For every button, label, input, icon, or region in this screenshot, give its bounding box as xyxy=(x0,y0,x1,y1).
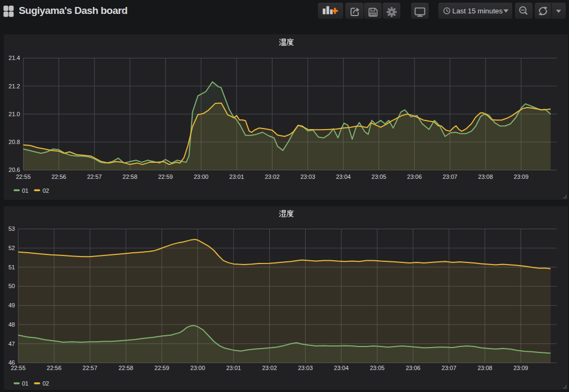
svg-text:23:00: 23:00 xyxy=(194,174,209,180)
svg-text:23:08: 23:08 xyxy=(478,174,493,180)
svg-text:23:09: 23:09 xyxy=(513,365,528,371)
svg-text:21.4: 21.4 xyxy=(9,55,20,61)
svg-text:23:04: 23:04 xyxy=(334,365,349,371)
svg-text:23:08: 23:08 xyxy=(477,365,492,371)
svg-text:22:56: 22:56 xyxy=(51,174,66,180)
svg-text:22:58: 22:58 xyxy=(118,365,133,371)
svg-text:51: 51 xyxy=(9,264,15,270)
svg-text:23:00: 23:00 xyxy=(191,365,206,371)
svg-text:23:06: 23:06 xyxy=(407,174,422,180)
svg-text:23:01: 23:01 xyxy=(229,174,244,180)
svg-text:23:05: 23:05 xyxy=(370,365,385,371)
svg-text:22:56: 22:56 xyxy=(47,365,62,371)
svg-text:23:04: 23:04 xyxy=(336,174,351,180)
svg-text:23:03: 23:03 xyxy=(300,174,315,180)
svg-text:20.8: 20.8 xyxy=(9,139,20,145)
svg-text:02: 02 xyxy=(43,187,49,194)
svg-text:22:59: 22:59 xyxy=(155,365,170,371)
svg-text:23:02: 23:02 xyxy=(262,365,277,371)
svg-text:21.2: 21.2 xyxy=(9,83,20,89)
svg-text:22:55: 22:55 xyxy=(11,365,26,371)
svg-text:47: 47 xyxy=(9,341,15,347)
svg-text:23:07: 23:07 xyxy=(442,365,457,371)
svg-text:02: 02 xyxy=(43,380,49,387)
svg-text:22:57: 22:57 xyxy=(82,365,97,371)
svg-text:23:05: 23:05 xyxy=(371,174,386,180)
svg-text:22:58: 22:58 xyxy=(123,174,138,180)
svg-text:52: 52 xyxy=(9,245,15,251)
svg-text:23:03: 23:03 xyxy=(298,365,313,371)
svg-text:22:59: 22:59 xyxy=(158,174,173,180)
svg-text:Last 15 minutes: Last 15 minutes xyxy=(452,6,503,14)
svg-text:22:55: 22:55 xyxy=(16,174,31,180)
svg-text:20.6: 20.6 xyxy=(9,167,20,173)
svg-text:49: 49 xyxy=(9,302,15,308)
svg-text:23:07: 23:07 xyxy=(443,174,458,180)
svg-text:21.0: 21.0 xyxy=(9,111,20,117)
svg-text:53: 53 xyxy=(9,225,15,232)
svg-text:48: 48 xyxy=(9,321,15,328)
svg-text:50: 50 xyxy=(9,283,15,289)
svg-text:01: 01 xyxy=(22,187,28,194)
svg-text:23:02: 23:02 xyxy=(265,174,280,180)
svg-text:23:01: 23:01 xyxy=(226,365,241,371)
svg-text:23:09: 23:09 xyxy=(514,174,529,180)
svg-text:01: 01 xyxy=(22,380,28,387)
svg-text:23:06: 23:06 xyxy=(406,365,421,371)
svg-text:22:57: 22:57 xyxy=(87,174,102,180)
